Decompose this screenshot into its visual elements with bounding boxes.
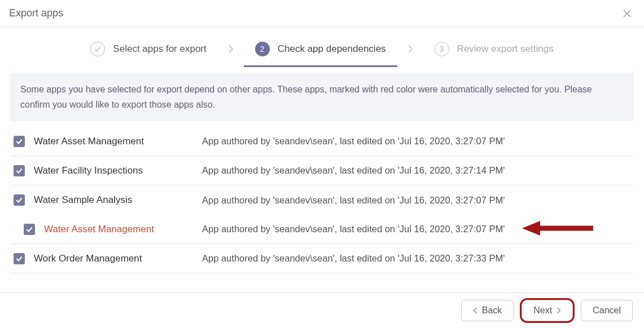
stepper: Select apps for export 2 Check app depen… [0, 27, 644, 67]
app-checkbox[interactable] [14, 136, 25, 147]
next-button[interactable]: Next [522, 300, 573, 321]
button-label: Next [533, 305, 552, 316]
svg-marker-1 [522, 221, 540, 236]
app-detail: App authored by 'seandev\sean', last edi… [202, 253, 505, 264]
app-row: Work Order Management App authored by 's… [10, 244, 634, 273]
step-number: 2 [255, 42, 270, 56]
app-row: Water Facility Inspections App authored … [10, 156, 634, 185]
app-detail: App authored by 'seandev\sean', last edi… [202, 224, 505, 234]
chevron-left-icon [473, 307, 477, 314]
checkmark-icon [15, 196, 23, 204]
checkmark-icon [94, 45, 102, 53]
app-row: Water Sample Analysis App authored by 's… [10, 185, 634, 215]
app-dependency-row: Water Asset Management App authored by '… [10, 215, 634, 244]
close-button[interactable] [620, 7, 634, 20]
step-separator [218, 37, 244, 67]
app-checkbox[interactable] [14, 194, 25, 206]
app-checkbox[interactable] [14, 165, 25, 176]
chevron-right-icon [228, 45, 234, 54]
chevron-right-icon [408, 45, 413, 54]
chevron-right-icon [557, 307, 561, 314]
info-message: Some apps you have selected for export d… [10, 73, 634, 121]
step-done-icon [90, 42, 105, 56]
step-label: Check app dependencies [278, 43, 386, 55]
step-review-settings[interactable]: 3 Review export settings [423, 37, 565, 67]
app-name: Work Order Management [34, 253, 202, 264]
button-label: Back [482, 305, 502, 316]
dialog-footer: Back Next Cancel [0, 292, 644, 328]
cancel-button[interactable]: Cancel [581, 300, 633, 321]
app-dependency-name: Water Asset Management [44, 224, 202, 235]
close-icon [622, 8, 632, 19]
app-name: Water Asset Management [34, 136, 202, 147]
app-name: Water Sample Analysis [34, 194, 202, 206]
app-row: Water Asset Management App authored by '… [10, 127, 634, 156]
step-check-dependencies[interactable]: 2 Check app dependencies [244, 37, 397, 67]
step-separator [397, 37, 423, 67]
back-button[interactable]: Back [461, 300, 514, 321]
step-label: Select apps for export [113, 43, 206, 55]
checkmark-icon [15, 255, 23, 263]
content-area: Some apps you have selected for export d… [0, 67, 644, 273]
arrow-left-icon [521, 219, 594, 238]
app-checkbox[interactable] [24, 224, 35, 235]
step-select-apps[interactable]: Select apps for export [79, 37, 217, 67]
step-number: 3 [435, 42, 449, 56]
app-detail: App authored by 'seandev\sean', last edi… [202, 195, 505, 206]
app-checkbox[interactable] [14, 253, 25, 264]
checkmark-icon [15, 138, 23, 145]
step-label: Review export settings [457, 43, 554, 55]
checkmark-icon [15, 167, 23, 175]
dialog-header: Export apps [0, 0, 644, 27]
annotation-arrow [521, 219, 594, 240]
app-dependency-list: Water Asset Management App authored by '… [10, 127, 634, 273]
button-label: Cancel [593, 305, 621, 316]
dialog-title: Export apps [9, 7, 63, 19]
checkmark-icon [25, 225, 33, 233]
app-detail: App authored by 'seandev\sean', last edi… [202, 136, 505, 147]
app-name: Water Facility Inspections [34, 165, 202, 176]
app-detail: App authored by 'seandev\sean', last edi… [202, 165, 505, 176]
